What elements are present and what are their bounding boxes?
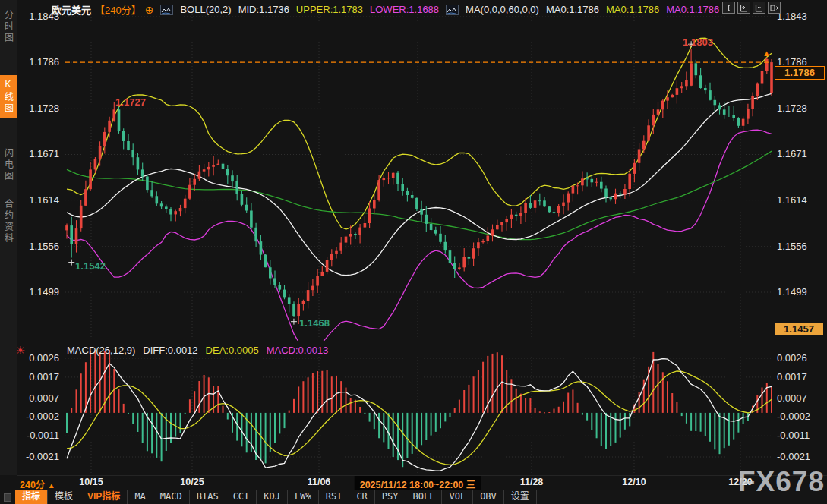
indicator-tab-14[interactable]: OBV <box>473 490 504 504</box>
macd-tick-left: 0.0007 <box>21 393 59 404</box>
ma-chart-icon <box>446 5 459 15</box>
indicator-tab-0[interactable]: 指标 <box>15 490 48 504</box>
ma0-white-value: MA0:1.1786 <box>546 4 599 15</box>
indicator-tab-11[interactable]: PSY <box>375 490 406 504</box>
macd-tick-left: -0.0011 <box>21 430 59 441</box>
period-selector-label: 240分 <box>20 480 45 490</box>
indicator-tab-12[interactable]: BOLL <box>406 490 443 504</box>
price-tick-left: 1.1499 <box>21 287 59 298</box>
macd-diff-value: DIFF:0.0012 <box>143 345 197 356</box>
indicator-tab-2[interactable]: VIP指标 <box>80 490 128 504</box>
price-tick-left: 1.1671 <box>21 149 59 159</box>
indicator-tab-8[interactable]: LW% <box>288 490 319 504</box>
indicator-tab-5[interactable]: BIAS <box>190 490 226 504</box>
price-tick-left: 1.1614 <box>21 195 59 206</box>
crosshair-icon[interactable] <box>722 2 735 14</box>
macd-legend: MACD(26,12,9) DIFF:0.0012 DEA:0.0005 MAC… <box>67 345 328 356</box>
macd-tick-right: 0.0017 <box>777 372 822 383</box>
symbol-name: 欧元美元 <box>52 2 91 17</box>
price-tick-right: 1.1671 <box>777 149 822 159</box>
macd-tick-right: -0.0021 <box>777 452 822 462</box>
x-axis-label: 12/10 <box>622 477 646 487</box>
indicator-tab-6[interactable]: CCI <box>226 490 257 504</box>
indicator-tab-4[interactable]: MACD <box>153 490 190 504</box>
indicator-tab-15[interactable]: 设置 <box>504 490 537 504</box>
macd-tick-right: -0.0002 <box>777 411 822 422</box>
macd-tick-right: -0.0011 <box>777 430 822 441</box>
price-tick-right: 1.1728 <box>777 103 822 114</box>
period-dropdown-arrow-icon: ▲ <box>48 481 55 490</box>
x-axis-label: 11/28 <box>520 477 544 487</box>
indicator-tab-10[interactable]: CR <box>349 490 374 504</box>
macd-title: MACD(26,12,9) <box>67 345 135 356</box>
indicator-tab-9[interactable]: RSI <box>319 490 350 504</box>
chart-canvas[interactable] <box>0 0 827 504</box>
scale-left-icon[interactable] <box>737 2 750 14</box>
price-tick-left: 1.1786 <box>21 57 59 68</box>
scale-right-icon[interactable] <box>753 2 765 14</box>
watermark: FX678 <box>738 468 825 496</box>
price-tick-left: 1.1728 <box>21 103 59 114</box>
top-legend: 欧元美元 【240分】 ⊕ BOLL(20,2) MID:1.1736 UPPE… <box>52 2 719 17</box>
indicator-tab-1[interactable]: 模板 <box>48 490 80 504</box>
macd-dea-value: DEA:0.0005 <box>206 345 259 356</box>
boll-title: BOLL(20,2) <box>180 4 231 15</box>
price-tick-right: 1.1499 <box>777 287 822 298</box>
swing-high-label: 1.1727 <box>115 96 146 108</box>
sidebar-item-1[interactable]: K线图 <box>0 75 17 118</box>
pan-right-icon[interactable] <box>768 2 781 14</box>
macd-tick-left: 0.0026 <box>21 353 59 364</box>
swing-low-label-1: 1.1542 <box>75 260 106 272</box>
ma0-magenta-value: MA0:1.1786 <box>666 4 719 15</box>
ma-title: MA(0,0,0,60,0,0) <box>466 4 539 15</box>
boll-chart-icon <box>160 5 173 15</box>
chart-toolbar <box>722 2 781 14</box>
indicator-tab-13[interactable]: VOL <box>442 490 473 504</box>
macd-tick-right: 0.0026 <box>777 353 822 364</box>
boll-mid-value: MID:1.1736 <box>238 4 289 15</box>
indicator-tab-3[interactable]: MA <box>128 490 153 504</box>
sidebar-item-0[interactable]: 分时图 <box>0 6 17 48</box>
macd-tick-right: 0.0007 <box>777 393 822 404</box>
price-tick-right: 1.1614 <box>777 195 822 206</box>
indicator-tab-7[interactable]: KDJ <box>257 490 288 504</box>
x-axis-label: 10/15 <box>79 477 103 487</box>
macd-tick-left: -0.0021 <box>21 452 59 462</box>
price-up-arrow-icon: ▲ <box>762 49 771 58</box>
price-tick-right: 1.1556 <box>777 241 822 252</box>
indicator-toolbar: 指标模板VIP指标MAMACDBIASCCIKDJLW%RSICRPSYBOLL… <box>0 490 827 504</box>
boll-lower-value: LOWER:1.1688 <box>370 4 439 15</box>
macd-tick-left: 0.0017 <box>21 372 59 383</box>
macd-macd-value: MACD:0.0013 <box>267 345 329 356</box>
period-label: 【240分】 <box>95 2 141 17</box>
app-window: 分时图K线图闪电图合约资料 欧元美元 【240分】 ⊕ BOLL(20,2) M… <box>0 0 827 504</box>
add-indicator-icon[interactable]: ⊕ <box>145 4 154 16</box>
high-price-label: 1.1803 <box>683 36 713 48</box>
price-tick-left: 1.1556 <box>21 241 59 252</box>
x-axis-label: 10/25 <box>180 477 204 487</box>
toolbar-handle-icon[interactable] <box>0 490 15 504</box>
range-low-box: 1.1457 <box>775 323 823 335</box>
swing-low-label-2: 1.1468 <box>299 317 330 329</box>
boll-upper-value: UPPER:1.1783 <box>296 4 363 15</box>
macd-tick-left: -0.0002 <box>21 411 59 422</box>
sidebar: 分时图K线图闪电图合约资料 <box>0 0 17 475</box>
sidebar-item-2[interactable]: 闪电图 <box>0 144 17 186</box>
price-tick-right: 1.1843 <box>777 11 822 22</box>
x-axis-label: 11/06 <box>308 477 331 487</box>
current-price-box: 1.1786 <box>775 66 825 80</box>
date-axis: 240分 ▲ 2025/11/12 18:00~22:00 三 10/1510/… <box>0 476 827 490</box>
ma0-yellow-value: MA0:1.1786 <box>606 4 659 15</box>
sidebar-item-3[interactable]: 合约资料 <box>0 195 17 248</box>
